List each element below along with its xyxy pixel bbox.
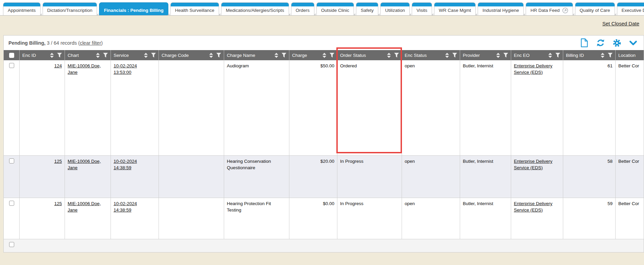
column-label: Charge xyxy=(292,53,307,58)
tab-dictation-transcription[interactable]: Dictation/Transcription xyxy=(43,2,97,15)
sort-icon[interactable] xyxy=(144,53,148,58)
location-value: Better Cor xyxy=(618,159,639,164)
tab-label: HR Data Feed xyxy=(530,8,559,13)
column-header-location[interactable]: Location xyxy=(616,50,644,60)
filter-icon[interactable] xyxy=(330,53,334,58)
filter-icon[interactable] xyxy=(608,53,613,58)
row-checkbox[interactable] xyxy=(9,63,14,68)
sort-icon[interactable] xyxy=(50,53,54,58)
column-header-enc_id[interactable]: Enc ID xyxy=(20,50,65,60)
tab-label: Visits xyxy=(416,8,427,13)
billing_id-value: 59 xyxy=(607,201,613,206)
table-footer-row xyxy=(4,239,644,252)
tab-orders[interactable]: Orders xyxy=(291,2,314,15)
tab-utilization[interactable]: Utilization xyxy=(380,2,410,15)
tab-hr-data-feed[interactable]: HR Data Feed xyxy=(526,2,573,15)
column-header-order_status[interactable]: Order Status xyxy=(337,50,402,60)
column-header-billing_id[interactable]: Billing ID xyxy=(563,50,616,60)
sort-icon[interactable] xyxy=(274,53,279,58)
column-header-charge_name[interactable]: Charge Name xyxy=(224,50,289,60)
filter-icon[interactable] xyxy=(452,53,457,58)
tab-outside-clinic[interactable]: Outside Clinic xyxy=(316,2,354,15)
tab-safety[interactable]: Safety xyxy=(356,2,378,15)
sort-icon[interactable] xyxy=(387,53,391,58)
settings-icon[interactable] xyxy=(613,39,621,47)
cell-service: 10-02-2024 14:38:59 xyxy=(111,156,159,198)
sort-icon[interactable] xyxy=(96,53,100,58)
sort-icon[interactable] xyxy=(209,53,213,58)
tab-wr-case-mgmt[interactable]: WR Case Mgmt xyxy=(434,2,476,15)
column-header-provider[interactable]: Provider xyxy=(460,50,511,60)
tab-health-surveillance[interactable]: Health Surveillance xyxy=(170,2,219,15)
column-label: Charge Name xyxy=(227,53,255,58)
provider-value: Butler, Internist xyxy=(463,63,493,68)
refresh-icon[interactable] xyxy=(596,38,605,47)
provider-value: Butler, Internist xyxy=(463,201,493,206)
clear-filter-link[interactable]: clear filter xyxy=(80,40,101,46)
tab-label: Outside Clinic xyxy=(321,8,349,13)
row-checkbox[interactable] xyxy=(9,158,14,163)
sort-icon[interactable] xyxy=(496,53,500,58)
cell-enc_status: open xyxy=(402,156,460,198)
tab-industrial-hygiene[interactable]: Industrial Hygiene xyxy=(478,2,524,15)
cell-enc_id: 124 xyxy=(20,60,65,155)
select-all-checkbox[interactable] xyxy=(9,53,14,58)
tab-financials-pending-billing[interactable]: Financials : Pending Billing xyxy=(99,2,168,15)
table-row: 125MIE-10006 Doe, Jane10-02-2024 14:38:5… xyxy=(4,156,644,198)
enc_id-link[interactable]: 124 xyxy=(54,63,62,68)
tab-medications-allergies-scripts[interactable]: Medications/Allergies/Scripts xyxy=(221,2,289,15)
sort-icon[interactable] xyxy=(600,53,605,58)
service-link[interactable]: 10-02-2024 14:38:59 xyxy=(114,201,137,213)
cell-charge: $50.00 xyxy=(289,60,337,155)
cell-order_status: Ordered xyxy=(337,60,402,155)
enc_eo-link[interactable]: Enterprise Delivery Service (EDS) xyxy=(514,159,552,170)
tab-appointments[interactable]: Appointments xyxy=(3,2,41,15)
collapse-icon[interactable] xyxy=(629,39,638,47)
column-header-charge[interactable]: Charge xyxy=(289,50,337,60)
filter-icon[interactable] xyxy=(57,53,62,58)
filter-icon[interactable] xyxy=(394,53,399,58)
new-document-icon[interactable] xyxy=(580,38,589,47)
column-header-service[interactable]: Service xyxy=(111,50,159,60)
tab-visits[interactable]: Visits xyxy=(412,2,432,15)
service-link[interactable]: 10-02-2024 14:38:59 xyxy=(114,159,137,170)
order_status-value: In Progress xyxy=(340,201,363,206)
table-row: 125MIE-10006 Doe, Jane10-02-2024 14:38:5… xyxy=(4,198,644,239)
enc_eo-link[interactable]: Enterprise Delivery Service (EDS) xyxy=(514,201,552,213)
service-link[interactable]: 10-02-2024 13:53:00 xyxy=(114,63,137,75)
filter-icon[interactable] xyxy=(555,53,560,58)
cell-location: Better Cor xyxy=(616,156,644,198)
filter-icon[interactable] xyxy=(216,53,221,58)
pending-billing-panel: Pending Billing, 3 / 64 records (clear f… xyxy=(3,35,644,252)
enc_id-link[interactable]: 125 xyxy=(54,159,62,164)
column-label: Charge Code xyxy=(162,53,189,58)
filter-icon[interactable] xyxy=(503,53,508,58)
table-header-row: Enc IDChartServiceCharge CodeCharge Name… xyxy=(4,50,644,60)
row-checkbox[interactable] xyxy=(9,201,14,206)
sort-icon[interactable] xyxy=(322,53,327,58)
cell-enc_eo: Enterprise Delivery Service (EDS) xyxy=(511,60,563,155)
column-header-chart[interactable]: Chart xyxy=(65,50,111,60)
filter-icon[interactable] xyxy=(103,53,108,58)
column-header-select[interactable] xyxy=(4,50,20,60)
filter-icon[interactable] xyxy=(151,53,156,58)
footer-checkbox[interactable] xyxy=(9,242,14,247)
chart-link[interactable]: MIE-10006 Doe, Jane xyxy=(68,201,101,213)
tab-quality-of-care[interactable]: Quality of Care xyxy=(575,2,615,15)
column-header-charge_code[interactable]: Charge Code xyxy=(159,50,224,60)
sort-icon[interactable] xyxy=(548,53,552,58)
enc_eo-link[interactable]: Enterprise Delivery Service (EDS) xyxy=(514,63,552,75)
tab-executive-dashboard[interactable]: Executive Dashboard xyxy=(617,2,644,15)
enc_id-link[interactable]: 125 xyxy=(54,201,62,206)
filter-icon[interactable] xyxy=(282,53,286,58)
sort-icon[interactable] xyxy=(445,53,449,58)
column-label: Service xyxy=(114,53,129,58)
column-header-enc_status[interactable]: Enc Status xyxy=(402,50,460,60)
cell-select xyxy=(4,60,20,155)
cell-service: 10-02-2024 14:38:59 xyxy=(111,198,159,239)
tab-bar: AppointmentsDictation/TranscriptionFinan… xyxy=(0,0,644,16)
column-header-enc_eo[interactable]: Enc EO xyxy=(511,50,563,60)
set-closed-date-link[interactable]: Set Closed Date xyxy=(602,21,639,26)
chart-link[interactable]: MIE-10006 Doe, Jane xyxy=(68,63,101,75)
chart-link[interactable]: MIE-10006 Doe, Jane xyxy=(68,159,101,170)
